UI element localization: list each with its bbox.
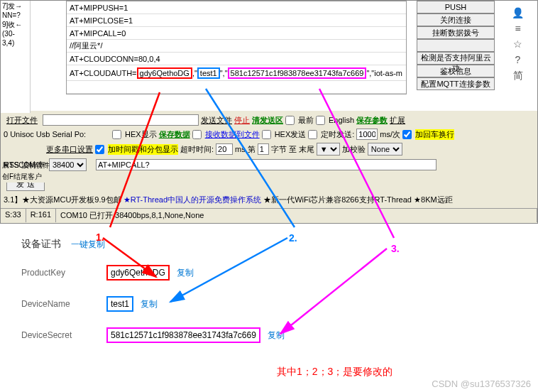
- left-log-fragment: 7]发→ NN=? 9]收← (30- 3,4): [1, 1, 31, 114]
- toolbar-1: 打开文件 发送文件 停止 清发送区 最前 English 保存参数 扩展: [1, 113, 537, 127]
- rtthread-link[interactable]: ★RT-Thread中国人的开源免费操作系统: [123, 195, 261, 205]
- cmd-row[interactable]: AT+MIPPUSH=1: [67, 1, 406, 14]
- cmd-row[interactable]: [67, 81, 406, 94]
- cmd-row[interactable]: AT+MIPCLOSE=1: [67, 14, 406, 27]
- user-icon[interactable]: 👤: [498, 7, 537, 18]
- checksum-select[interactable]: None: [368, 143, 402, 156]
- push-button[interactable]: PUSH: [417, 1, 495, 13]
- toolbar-3: 更多串口设置 加时间戳和分包显示 超时时间: ms 第 字节 至 末尾 ▼ 加校…: [1, 141, 537, 157]
- copy-link[interactable]: 复制: [177, 267, 194, 279]
- productkey-value: gdy6QethoDG: [106, 265, 170, 281]
- cmd-row[interactable]: //阿里云*/: [67, 40, 406, 53]
- copy-link[interactable]: 复制: [141, 298, 158, 310]
- stop-button[interactable]: 停止: [234, 115, 250, 126]
- add-cr-checkbox[interactable]: [402, 130, 412, 139]
- save-data-button[interactable]: 保存数据: [159, 129, 190, 140]
- devicename-value: test1: [106, 296, 133, 312]
- cmd-row[interactable]: AT+MIPCALL=0: [67, 27, 406, 40]
- annotation-1: 1.: [96, 232, 104, 243]
- cert-row-pk: ProductKey gdy6QethoDG 复制: [21, 265, 517, 281]
- command-list-area: AT+MIPPUSH=1 AT+MIPCLOSE=1 AT+MIPCALL=0 …: [31, 1, 537, 111]
- hex-send-checkbox[interactable]: [262, 130, 271, 139]
- open-file-button[interactable]: 打开文件: [6, 115, 38, 126]
- recv-file-checkbox[interactable]: [192, 130, 202, 139]
- command-list: AT+MIPPUSH=1 AT+MIPCLOSE=1 AT+MIPCALL=0 …: [66, 1, 407, 94]
- more-serial-button[interactable]: 更多串口设置: [46, 144, 93, 155]
- hex-disp-checkbox[interactable]: [112, 130, 121, 139]
- cert-row-ds: DeviceSecret 581c12571c1f983878ee31743fa…: [21, 327, 517, 343]
- sscom-label: 展SSCOM软件: [1, 160, 111, 171]
- auth-devicesecret: 581c12571c1f983878ee31743fa7c669: [228, 67, 367, 79]
- command-buttons: PUSH 关闭连接 挂断数据拨号 检测是否支持阿里云功 鉴权信息 配置MQTT连…: [417, 1, 495, 90]
- status-r: R:161: [26, 209, 56, 222]
- timestamp-checkbox[interactable]: [95, 145, 104, 154]
- cert-row-dn: DeviceName test1 复制: [21, 296, 517, 312]
- close-conn-button[interactable]: 关闭连接: [417, 13, 495, 26]
- copy-link[interactable]: 复制: [268, 330, 285, 342]
- status-bar: S:33 R:161 COM10 已打开 38400bps,8,1,None,N…: [1, 208, 537, 222]
- blank-button[interactable]: [417, 39, 495, 52]
- auth-devicename: test1: [197, 67, 220, 79]
- clear-send-button[interactable]: 清发送区: [252, 115, 283, 126]
- status-s: S:33: [1, 209, 26, 222]
- auth-productkey: gdy6QethoDG: [137, 67, 192, 79]
- menu-icon[interactable]: ≡: [498, 23, 537, 34]
- browser-side-icons: 👤 ≡ ☆ ? 简: [498, 3, 537, 87]
- star-icon[interactable]: ☆: [498, 38, 537, 50]
- watermark: CSDN @su1376537326: [432, 379, 531, 389]
- devicesecret-value: 581c12571c1f983878ee31743fa7c669: [106, 327, 260, 343]
- send-file-button[interactable]: 发送文件: [201, 115, 232, 126]
- device-cert-panel: 设备证书 一键复制 ProductKey gdy6QethoDG 复制 Devi…: [0, 224, 538, 392]
- f-end-label: 创F结尾客户: [1, 171, 111, 183]
- interval-input[interactable]: [356, 129, 378, 140]
- banner: 3.1】 ★大资源MCU开发板9.9包邮 ★RT-Thread中国人的开源免费操…: [1, 192, 537, 207]
- check-aliyun-button[interactable]: 检测是否支持阿里云功: [417, 52, 495, 65]
- annotation-2: 2.: [289, 232, 297, 244]
- frame-input[interactable]: [258, 143, 269, 155]
- cmd-auth-row[interactable]: AT+CLOUDAUTH= gdy6QethoDG," test1"," 581…: [67, 65, 406, 81]
- tail-select[interactable]: ▼: [317, 143, 340, 156]
- help-icon[interactable]: ?: [498, 54, 537, 65]
- serial-tool-window: 7]发→ NN=? 9]收← (30- 3,4) AT+MIPPUSH=1 AT…: [0, 0, 538, 224]
- lang-icon[interactable]: 简: [498, 70, 537, 82]
- send-input[interactable]: [96, 159, 437, 170]
- timed-send-checkbox[interactable]: [308, 130, 317, 139]
- save-param-button[interactable]: 保存参数: [356, 115, 388, 126]
- mqtt-config-button[interactable]: 配置MQTT连接参数: [417, 77, 495, 90]
- toolbar-2: 0 Unisoc Usb Serial Po: HEX显示 保存数据 接收数据到…: [1, 127, 537, 141]
- hangup-button[interactable]: 挂断数据拨号: [417, 26, 495, 39]
- english-checkbox[interactable]: [316, 116, 325, 125]
- file-path-input[interactable]: [43, 114, 199, 126]
- status-info: COM10 已打开 38400bps,8,1,None,None: [56, 209, 537, 222]
- cmd-row[interactable]: AT+CLOUDCONN=80,0,4: [67, 53, 406, 65]
- expand-button[interactable]: 扩展: [390, 115, 405, 126]
- timeout-input[interactable]: [216, 143, 233, 155]
- auth-info-button[interactable]: 鉴权信息: [417, 65, 495, 77]
- footer-note: 其中1；2；3；是要修改的: [277, 366, 392, 379]
- annotation-3: 3.: [391, 243, 400, 254]
- latest-checkbox[interactable]: [285, 116, 295, 125]
